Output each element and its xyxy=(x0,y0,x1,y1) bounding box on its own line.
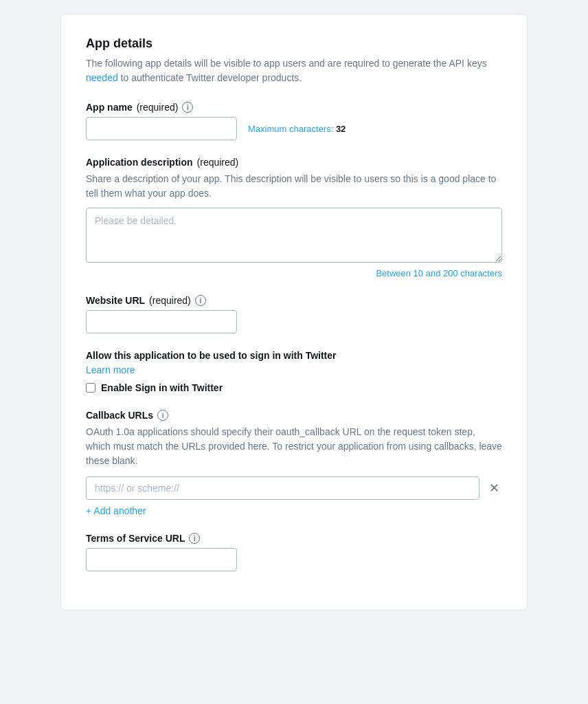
app-name-label-text: App name xyxy=(86,102,133,113)
app-description-label: Application description (required) xyxy=(86,157,502,168)
app-name-info-icon[interactable]: i xyxy=(182,102,193,113)
add-another-button[interactable]: + Add another xyxy=(86,505,146,516)
section-title: App details xyxy=(86,36,502,51)
tos-url-label-text: Terms of Service URL xyxy=(86,533,185,544)
callback-input-row: ✕ xyxy=(86,476,502,500)
clear-callback-icon[interactable]: ✕ xyxy=(486,481,502,496)
enable-sign-in-row: Enable Sign in with Twitter xyxy=(86,382,502,393)
app-name-required: (required) xyxy=(137,102,179,113)
app-description-char-hint: Between 10 and 200 characters xyxy=(86,268,502,278)
callback-description: OAuth 1.0a applications should specify t… xyxy=(86,425,502,468)
website-url-label: Website URL (required) i xyxy=(86,295,502,306)
app-name-label: App name (required) i xyxy=(86,102,502,113)
tos-url-input[interactable]: https:// xyxy=(86,548,237,571)
callback-urls-label-text: Callback URLs xyxy=(86,410,153,421)
app-name-field-group: App name (required) i Maximum characters… xyxy=(86,102,502,140)
max-chars-label: Maximum characters: xyxy=(248,124,333,134)
enable-sign-in-label: Enable Sign in with Twitter xyxy=(101,382,223,393)
callback-url-input[interactable] xyxy=(86,476,479,500)
tos-url-label: Terms of Service URL i xyxy=(86,533,502,544)
sign-in-title: Allow this application to be used to sig… xyxy=(86,350,502,361)
callback-urls-info-icon[interactable]: i xyxy=(157,410,168,421)
description-text-after: to authenticate Twitter developer produc… xyxy=(118,72,302,83)
callback-urls-section: Callback URLs i OAuth 1.0a applications … xyxy=(86,410,502,516)
website-url-info-icon[interactable]: i xyxy=(195,295,206,306)
enable-sign-in-checkbox[interactable] xyxy=(86,383,95,393)
max-chars-hint: Maximum characters: 32 xyxy=(248,124,346,134)
website-url-input[interactable]: https:// xyxy=(86,310,237,333)
app-description-required: (required) xyxy=(197,157,239,168)
app-description-helper: Share a description of your app. This de… xyxy=(86,172,502,201)
learn-more-link[interactable]: Learn more xyxy=(86,364,135,375)
app-description-label-text: Application description xyxy=(86,157,193,168)
callback-urls-label: Callback URLs i xyxy=(86,410,502,421)
tos-url-info-icon[interactable]: i xyxy=(189,533,200,544)
website-url-field-group: Website URL (required) i https:// xyxy=(86,295,502,333)
app-details-header: App details The following app details wi… xyxy=(86,36,502,85)
max-chars-value: 32 xyxy=(336,124,346,134)
app-details-card: App details The following app details wi… xyxy=(60,14,528,610)
section-description: The following app details will be visibl… xyxy=(86,56,502,85)
description-text-before: The following app details will be visibl… xyxy=(86,58,487,69)
sign-in-section: Allow this application to be used to sig… xyxy=(86,350,502,393)
app-name-input[interactable] xyxy=(86,117,237,140)
tos-url-section: Terms of Service URL i https:// xyxy=(86,533,502,571)
app-name-row: Maximum characters: 32 xyxy=(86,117,502,140)
description-needed-link[interactable]: needed xyxy=(86,72,118,83)
website-url-label-text: Website URL xyxy=(86,295,145,306)
website-url-required: (required) xyxy=(149,295,191,306)
app-description-field-group: Application description (required) Share… xyxy=(86,157,502,278)
app-description-textarea[interactable] xyxy=(86,208,502,263)
